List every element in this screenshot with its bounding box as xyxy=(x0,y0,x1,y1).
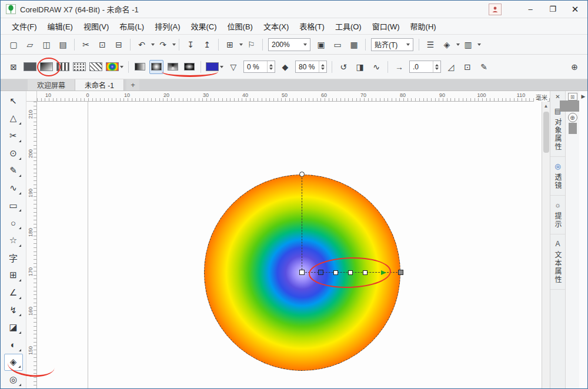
show-rulers-button[interactable]: ▭ xyxy=(330,38,345,52)
connector-tool[interactable]: ↯ xyxy=(4,301,23,319)
gradient-end-handle[interactable] xyxy=(398,270,403,275)
dimension-tool[interactable]: ∠ xyxy=(4,284,23,301)
extra-tools-dropdown-icon[interactable] xyxy=(456,43,460,46)
snap-to-dropdown[interactable]: 贴齐(T) xyxy=(371,38,413,51)
menu-item-file[interactable]: 文件(F) xyxy=(6,18,42,34)
menu-item-effects[interactable]: 效果(C) xyxy=(186,18,222,34)
save-button[interactable]: ◫ xyxy=(39,38,54,52)
redo-button[interactable]: ↷ xyxy=(156,38,170,52)
interactive-fill-tool[interactable]: ◈ xyxy=(4,354,23,371)
spinner-steppers[interactable] xyxy=(319,61,326,72)
crop-tool[interactable]: ✂ xyxy=(4,127,23,145)
maximize-button[interactable]: ❐ xyxy=(544,3,562,16)
close-button[interactable]: ✕ xyxy=(566,3,584,16)
drawing-canvas[interactable] xyxy=(37,102,542,388)
docker-tab-text-properties[interactable]: A 文本属性 xyxy=(550,234,565,290)
menu-item-help[interactable]: 帮助(H) xyxy=(405,18,442,34)
gradient-node[interactable] xyxy=(333,270,338,275)
table-tool[interactable]: ⊞ xyxy=(4,266,23,284)
tab-untitled-1[interactable]: 未命名 -1 xyxy=(75,79,124,90)
wrap-fill-button[interactable]: ◨ xyxy=(353,60,367,74)
linear-fountain-button[interactable] xyxy=(133,60,147,74)
vertical-scrollbar[interactable]: ▲ xyxy=(542,102,550,388)
menu-item-window[interactable]: 窗口(W) xyxy=(367,18,405,34)
no-fill-button[interactable]: ⊠ xyxy=(6,60,21,74)
menu-item-table[interactable]: 表格(T) xyxy=(294,18,330,34)
spinner-steppers[interactable] xyxy=(267,61,275,72)
menu-item-edit[interactable]: 编辑(E) xyxy=(42,18,78,34)
welcome-screen-button[interactable]: ⚐ xyxy=(244,38,258,52)
fountain-fill-button[interactable] xyxy=(39,60,54,74)
rectangle-tool[interactable]: ▭ xyxy=(4,197,23,214)
fullscreen-preview-button[interactable]: ▣ xyxy=(314,38,328,52)
pattern-fill-button[interactable] xyxy=(56,60,70,74)
import-button[interactable]: ↧ xyxy=(183,38,198,52)
reverse-fill-button[interactable]: ↺ xyxy=(336,60,350,74)
user-account-button[interactable] xyxy=(489,4,502,15)
gradient-node[interactable] xyxy=(348,270,353,275)
midpoint-spinner[interactable]: 80 % xyxy=(295,61,327,73)
show-grid-button[interactable]: ▦ xyxy=(347,38,361,52)
free-scale-skew-button[interactable]: ◿ xyxy=(444,60,458,74)
extra-tools-button[interactable]: ◈ xyxy=(440,38,454,52)
undo-dropdown-icon[interactable] xyxy=(151,43,155,46)
conical-fountain-button[interactable] xyxy=(166,60,180,74)
quick-customize-button[interactable]: ⊕ xyxy=(567,60,582,74)
drop-shadow-tool[interactable]: ◪ xyxy=(4,318,23,336)
copy-fill-button[interactable]: ⊡ xyxy=(460,60,475,74)
spinner-steppers[interactable] xyxy=(433,61,440,72)
gradient-node-selected[interactable] xyxy=(318,270,323,275)
minimize-button[interactable]: – xyxy=(522,3,539,16)
tab-welcome-screen[interactable]: 欢迎屏幕 xyxy=(28,79,75,90)
new-document-button[interactable]: ▢ xyxy=(6,38,21,52)
zoom-level-combobox[interactable]: 200% xyxy=(268,38,310,51)
smooth-fill-button[interactable]: ∿ xyxy=(369,60,383,74)
palette-swatch[interactable] xyxy=(576,123,577,134)
new-tab-button[interactable]: + xyxy=(126,79,139,90)
menu-item-text[interactable]: 文本(X) xyxy=(258,18,294,34)
transparency-tool[interactable]: ◐ xyxy=(4,336,23,354)
text-tool[interactable]: 字 xyxy=(4,249,23,267)
edit-fill-button[interactable]: ✎ xyxy=(477,60,491,74)
elliptical-fountain-button[interactable] xyxy=(149,60,163,74)
node-color-dropdown[interactable] xyxy=(205,60,224,74)
workspace-dropdown-icon[interactable] xyxy=(477,43,481,46)
vertical-ruler[interactable]: 210200190180170160150 xyxy=(26,102,37,388)
node-transparency-spinner[interactable]: 0 % xyxy=(243,61,275,73)
pick-tool[interactable]: ↖ xyxy=(4,92,23,110)
zoom-tool[interactable]: ⊙ xyxy=(4,145,23,162)
expand-dockers-icon[interactable]: ▶ xyxy=(582,93,586,99)
menu-item-layout[interactable]: 布局(L) xyxy=(114,18,149,34)
print-button[interactable]: ▤ xyxy=(56,38,70,52)
gradient-top-handle[interactable] xyxy=(299,172,305,177)
menu-item-arrange[interactable]: 排列(A) xyxy=(149,18,185,34)
palette-expand-button[interactable]: ⊕ xyxy=(568,113,577,122)
scroll-up-icon[interactable]: ▲ xyxy=(542,102,550,110)
freehand-tool[interactable]: ✎ xyxy=(4,162,23,180)
scrollbar-thumb[interactable] xyxy=(543,112,549,153)
export-button[interactable]: ↥ xyxy=(200,38,214,52)
ruler-origin-corner[interactable] xyxy=(26,91,37,102)
copy-button[interactable]: ⊡ xyxy=(95,38,109,52)
gradient-node[interactable] xyxy=(363,270,368,275)
ellipse-tool[interactable]: ○ xyxy=(4,214,23,232)
artistic-media-tool[interactable]: ∿ xyxy=(4,179,23,197)
texture-fill-button[interactable] xyxy=(72,60,86,74)
workspace-button[interactable]: ▥ xyxy=(461,38,475,52)
launcher-dropdown-icon[interactable] xyxy=(239,43,243,46)
shape-tool[interactable]: △ xyxy=(4,110,23,128)
rectangular-fountain-button[interactable] xyxy=(182,60,196,74)
postscript-fill-button[interactable] xyxy=(89,60,103,74)
cut-button[interactable]: ✂ xyxy=(79,38,93,52)
application-launcher-button[interactable]: ⊞ xyxy=(223,38,237,52)
color-eyedropper-tool[interactable]: ◎ xyxy=(4,371,23,388)
options-button[interactable]: ☰ xyxy=(423,38,437,52)
no-color-swatch[interactable]: ⊠ xyxy=(568,93,577,100)
open-button[interactable]: ▱ xyxy=(23,38,37,52)
menu-item-tools[interactable]: 工具(O) xyxy=(330,18,367,34)
menu-item-view[interactable]: 视图(V) xyxy=(78,18,114,34)
acceleration-spinner[interactable]: .0 xyxy=(409,61,441,73)
uniform-fill-button[interactable] xyxy=(23,60,37,74)
docker-tab-hints[interactable]: ☼ 提示 xyxy=(550,196,565,234)
fill-picker-dropdown[interactable] xyxy=(105,60,124,74)
